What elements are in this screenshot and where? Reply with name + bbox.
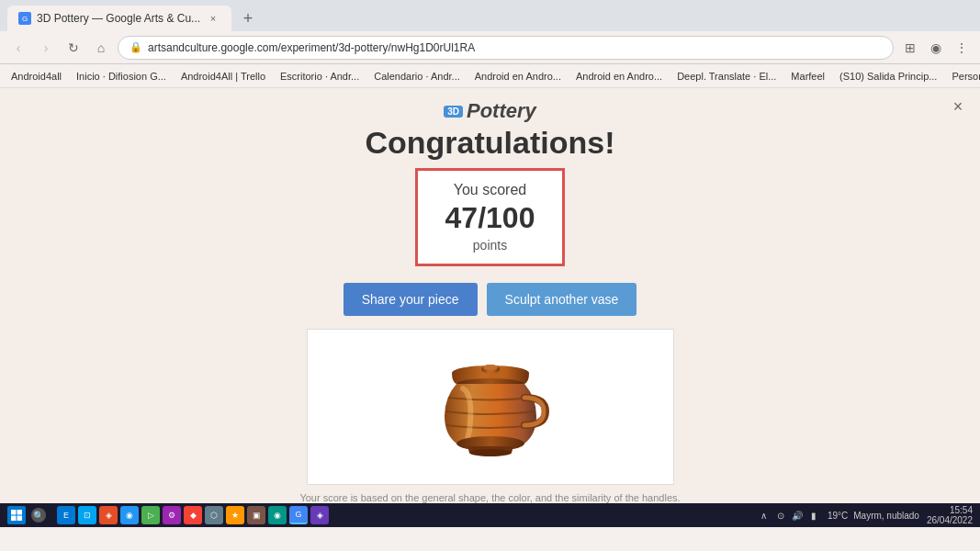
pottery-image	[417, 347, 564, 467]
taskbar: 🔍 E ⊡ ◈ ◉ ▷ ⚙ ◆ ⬡ ★ ▣ ◉ G ◈ ∧ ⊙ 🔊	[0, 503, 980, 527]
taskbar-app-9[interactable]: ★	[226, 506, 244, 524]
taskbar-app-4[interactable]: ◉	[120, 506, 139, 524]
network-icon[interactable]: ⊙	[774, 509, 787, 522]
taskbar-time: 15:54	[927, 505, 973, 515]
taskbar-app-12[interactable]: ◈	[310, 506, 329, 524]
bookmark-calendario[interactable]: Calendario · Andr...	[370, 69, 464, 84]
taskbar-app-1[interactable]: E	[57, 506, 75, 524]
system-tray: ∧ ⊙ 🔊 ▮	[758, 509, 820, 522]
logo-area: 3D Pottery	[444, 99, 536, 123]
score-box: You scored 47/100 points	[415, 168, 566, 266]
extensions-button[interactable]: ⊞	[899, 37, 921, 59]
logo-3d-badge: 3D	[444, 106, 463, 118]
forward-button[interactable]: ›	[35, 37, 57, 59]
new-tab-button[interactable]: +	[235, 6, 261, 31]
bookmarks-bar: Android4all Inicio · Difiosion G... Andr…	[0, 64, 980, 88]
pottery-display	[307, 329, 674, 485]
volume-icon[interactable]: 🔊	[791, 509, 804, 522]
active-tab[interactable]: G 3D Pottery — Google Arts & Cu... ×	[7, 6, 231, 31]
bookmark-androidall[interactable]: Android4all	[7, 69, 65, 84]
bookmark-android1[interactable]: Android en Andro...	[471, 69, 565, 84]
taskbar-date: 26/04/2022	[927, 515, 973, 525]
tab-bar: G 3D Pottery — Google Arts & Cu... × +	[0, 0, 980, 31]
tab-favicon: G	[18, 12, 31, 25]
refresh-button[interactable]: ↻	[62, 37, 84, 59]
svg-rect-9	[17, 516, 23, 522]
bookmark-s10[interactable]: (S10) Salida Princip...	[836, 69, 941, 84]
address-bar[interactable]: 🔒 artsandculture.google.com/experiment/3…	[118, 36, 894, 60]
nav-right-area: ⊞ ◉ ⋮	[899, 37, 973, 59]
taskbar-info: 19°C Mayrm, nublado	[828, 511, 919, 521]
taskbar-pinned-apps: E ⊡ ◈ ◉ ▷ ⚙ ◆ ⬡ ★ ▣ ◉ G ◈	[57, 506, 329, 524]
taskbar-app-8[interactable]: ⬡	[205, 506, 223, 524]
security-icon: 🔒	[130, 41, 142, 53]
bookmark-escritorio[interactable]: Escritorio · Andr...	[276, 69, 363, 84]
taskbar-search-icon[interactable]: 🔍	[31, 508, 46, 523]
svg-rect-6	[11, 510, 17, 515]
share-piece-button[interactable]: Share your piece	[344, 283, 478, 316]
tab-title: 3D Pottery — Google Arts & Cu...	[37, 12, 200, 25]
logo-pottery-text: Pottery	[467, 99, 536, 123]
action-buttons: Share your piece Sculpt another vase	[344, 283, 637, 316]
main-area: × 3D Pottery Congratulations! You scored…	[0, 88, 980, 503]
svg-point-3	[469, 449, 512, 456]
svg-rect-8	[11, 516, 17, 522]
bookmark-personal[interactable]: Personal	[948, 69, 980, 84]
svg-rect-7	[17, 510, 23, 515]
taskbar-left: 🔍 E ⊡ ◈ ◉ ▷ ⚙ ◆ ⬡ ★ ▣ ◉ G ◈	[7, 506, 329, 524]
profile-button[interactable]: ◉	[925, 37, 947, 59]
taskbar-app-5[interactable]: ▷	[141, 506, 160, 524]
page-content: × 3D Pottery Congratulations! You scored…	[0, 88, 980, 527]
tab-close-button[interactable]: ×	[206, 11, 220, 26]
tray-icon-1[interactable]: ∧	[758, 509, 771, 522]
battery-icon[interactable]: ▮	[807, 509, 820, 522]
taskbar-app-2[interactable]: ⊡	[78, 506, 96, 524]
taskbar-app-3[interactable]: ◈	[99, 506, 118, 524]
bookmark-inicio[interactable]: Inicio · Difiosion G...	[73, 69, 170, 84]
bookmark-android2[interactable]: Android en Andro...	[572, 69, 666, 84]
windows-logo-icon	[11, 510, 22, 521]
svg-point-5	[483, 365, 498, 370]
taskbar-right: ∧ ⊙ 🔊 ▮ 19°C Mayrm, nublado 15:54 26/04/…	[758, 505, 973, 525]
back-button[interactable]: ‹	[7, 37, 29, 59]
taskbar-app-6[interactable]: ⚙	[163, 506, 181, 524]
close-button[interactable]: ×	[947, 96, 969, 118]
taskbar-app-11[interactable]: ◉	[268, 506, 287, 524]
home-button[interactable]: ⌂	[90, 37, 112, 59]
score-value: 47/100	[445, 202, 535, 234]
pottery-caption: Your score is based on the general shape…	[299, 492, 680, 503]
nav-bar: ‹ › ↻ ⌂ 🔒 artsandculture.google.com/expe…	[0, 31, 980, 64]
taskbar-app-10[interactable]: ▣	[247, 506, 265, 524]
browser-chrome: G 3D Pottery — Google Arts & Cu... × + ‹…	[0, 0, 980, 88]
taskbar-time-area: 15:54 26/04/2022	[927, 505, 973, 525]
taskbar-app-browser[interactable]: G	[289, 506, 308, 524]
bookmark-trello[interactable]: Android4All | Trello	[177, 69, 269, 84]
taskbar-weather: 19°C	[828, 511, 848, 521]
address-text: artsandculture.google.com/experiment/3d-…	[148, 41, 475, 54]
menu-button[interactable]: ⋮	[951, 37, 973, 59]
taskbar-weather-desc: Mayrm, nublado	[853, 511, 919, 521]
bookmark-deepl[interactable]: Deepl. Translate · El...	[673, 69, 780, 84]
score-label: You scored	[445, 182, 535, 198]
taskbar-app-7[interactable]: ◆	[184, 506, 202, 524]
sculpt-another-button[interactable]: Sculpt another vase	[487, 283, 637, 316]
bookmark-marfeel[interactable]: Marfeel	[787, 69, 828, 84]
start-button[interactable]	[7, 506, 26, 524]
score-points: points	[445, 238, 535, 253]
congrats-title: Congratulations!	[366, 125, 615, 161]
